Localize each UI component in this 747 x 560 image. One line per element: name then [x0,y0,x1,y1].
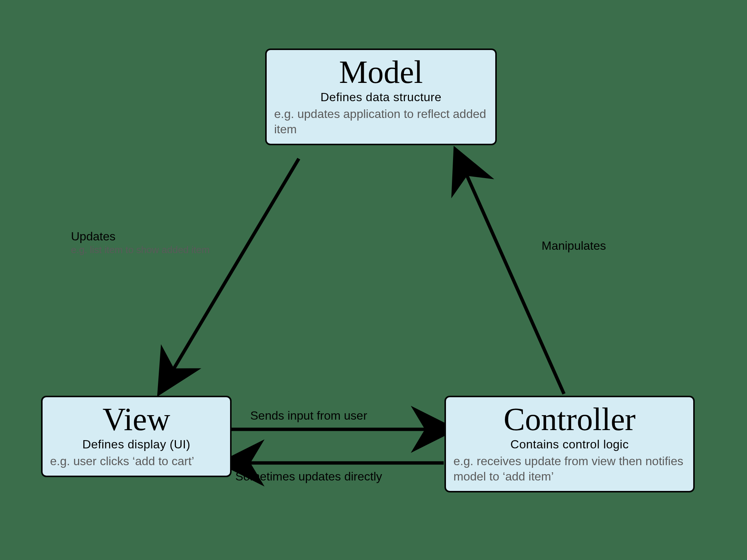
label-updates-sub: e.g. list item to show added item [71,244,243,256]
node-view: View Defines display (UI) e.g. user clic… [41,396,232,477]
controller-title: Controller [453,402,686,436]
view-title: View [50,402,223,436]
node-model: Model Defines data structure e.g. update… [265,49,497,145]
arrow-model-to-view [164,159,299,385]
label-manipulates-main: Manipulates [542,239,606,253]
label-updates: Updates e.g. list item to show added ite… [71,230,243,256]
label-manipulates: Manipulates [542,239,606,253]
view-subtitle: Defines display (UI) [50,438,223,451]
label-sometimes-updates-main: Sometimes updates directly [235,470,382,483]
label-updates-main: Updates [71,230,243,243]
arrow-controller-to-model [459,159,564,394]
view-example: e.g. user clicks ‘add to cart’ [50,454,223,469]
node-controller: Controller Contains control logic e.g. r… [444,396,695,492]
model-subtitle: Defines data structure [274,90,488,104]
label-sends-input: Sends input from user [250,409,367,423]
controller-example: e.g. receives update from view then noti… [453,454,686,484]
model-title: Model [274,55,488,89]
controller-subtitle: Contains control logic [453,438,686,451]
model-example: e.g. updates application to reflect adde… [274,106,488,137]
label-sends-input-main: Sends input from user [250,409,367,423]
label-sometimes-updates: Sometimes updates directly [235,470,382,483]
